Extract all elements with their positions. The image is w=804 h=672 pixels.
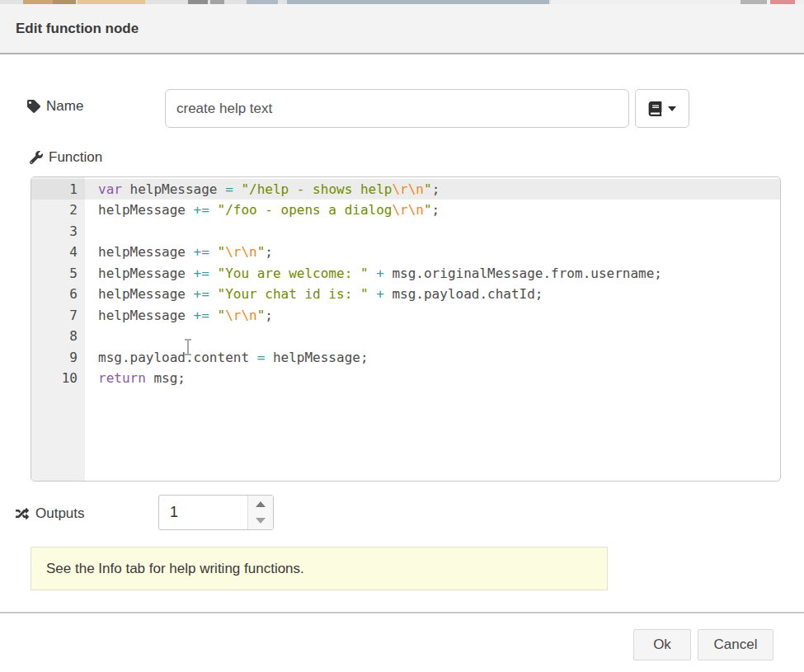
footer-divider	[0, 612, 804, 613]
gutter-line-number: 4	[31, 242, 85, 262]
name-label-text: Name	[46, 98, 83, 115]
gutter-line-number: 9	[31, 347, 85, 368]
arrow-up-icon	[256, 501, 266, 507]
spinner-down-button[interactable]	[248, 513, 273, 530]
gutter-line-number: 8	[31, 326, 85, 346]
gutter-line-number: 3	[31, 221, 85, 242]
library-button[interactable]	[635, 89, 689, 128]
spinner-up-button[interactable]	[248, 496, 273, 513]
name-input[interactable]	[165, 89, 629, 128]
function-label: Function	[30, 149, 102, 166]
gutter-line-number: 5	[31, 263, 85, 284]
gutter-line-number: 1	[31, 179, 85, 200]
editor-gutter: 12345678910	[31, 177, 85, 481]
code-line[interactable]: return msg;	[85, 368, 780, 388]
cancel-button[interactable]: Cancel	[698, 629, 773, 660]
editor-code-area[interactable]: var helpMessage = "/help - shows help\r\…	[85, 177, 780, 481]
gutter-line-number: 6	[31, 284, 85, 304]
name-label: Name	[27, 98, 83, 115]
code-line[interactable]: helpMessage += "\r\n";	[85, 242, 780, 262]
gutter-line-number: 10	[31, 368, 85, 388]
ok-button[interactable]: Ok	[633, 629, 691, 660]
gutter-line-number: 2	[31, 200, 85, 220]
info-tip-text: See the Info tab for help writing functi…	[46, 561, 304, 577]
code-line[interactable]: helpMessage += "/foo - opens a dialog\r\…	[85, 200, 780, 220]
edit-function-node-dialog: Edit function node Name Function 1234567…	[0, 4, 804, 672]
function-code-editor[interactable]: 12345678910 var helpMessage = "/help - s…	[31, 176, 781, 482]
outputs-label: Outputs	[15, 505, 85, 522]
tag-icon	[27, 100, 40, 113]
outputs-input[interactable]	[159, 496, 247, 529]
mouse-cursor-ibeam	[187, 340, 189, 355]
shuffle-icon	[15, 507, 30, 520]
code-line[interactable]: helpMessage += "You are welcome: " + msg…	[85, 263, 780, 284]
code-line[interactable]: helpMessage += "Your chat id is: " + msg…	[85, 284, 780, 304]
code-line[interactable]: var helpMessage = "/help - shows help\r\…	[85, 179, 780, 200]
book-icon	[648, 101, 662, 116]
arrow-down-icon	[256, 518, 266, 524]
code-line[interactable]	[85, 326, 780, 346]
caret-down-icon	[668, 106, 676, 111]
outputs-label-text: Outputs	[35, 505, 85, 522]
info-tip-box: See the Info tab for help writing functi…	[31, 547, 608, 590]
outputs-spinner	[158, 495, 274, 530]
spinner-buttons	[247, 496, 273, 529]
wrench-icon	[30, 151, 43, 164]
code-line[interactable]: helpMessage += "\r\n";	[85, 305, 780, 326]
dialog-header: Edit function node	[0, 4, 804, 54]
code-line[interactable]: msg.payload.content = helpMessage;	[85, 347, 780, 368]
code-line[interactable]	[85, 221, 780, 242]
dialog-title: Edit function node	[16, 21, 139, 37]
function-label-text: Function	[49, 149, 102, 166]
gutter-line-number: 7	[31, 305, 85, 326]
